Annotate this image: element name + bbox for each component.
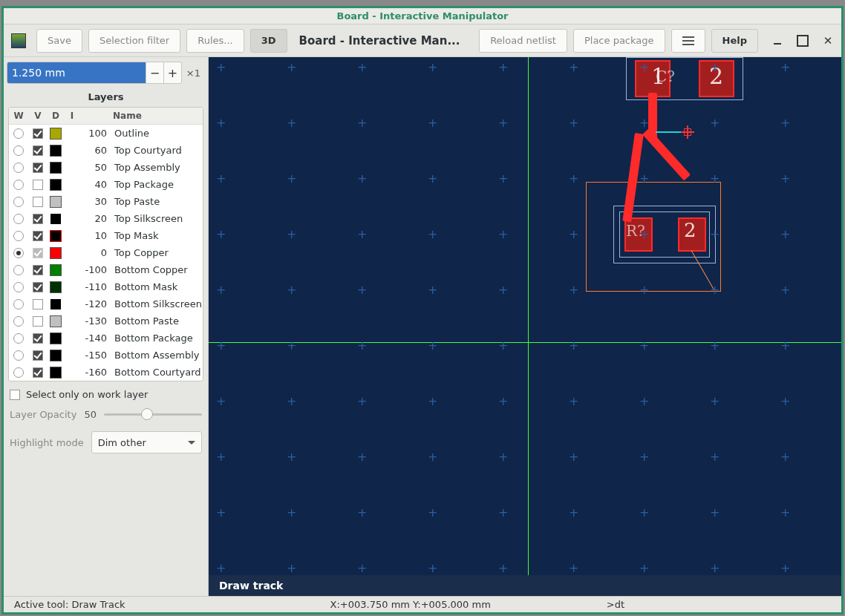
toolbar: Save Selection filter Rules... 3D Board … — [4, 24, 841, 57]
layer-row[interactable]: 0Top Copper — [9, 244, 203, 261]
layer-work-radio[interactable] — [13, 316, 24, 327]
layer-opacity-slider[interactable] — [104, 407, 202, 421]
layer-color-swatch[interactable] — [50, 128, 62, 140]
chevron-down-icon — [188, 441, 195, 448]
grid-point: + — [498, 65, 508, 71]
layer-index: 30 — [80, 196, 110, 207]
layer-visible-checkbox[interactable] — [33, 180, 43, 190]
layer-work-radio[interactable] — [13, 265, 24, 275]
3d-button[interactable]: 3D — [250, 29, 287, 53]
layer-row[interactable]: -100Bottom Copper — [9, 261, 203, 278]
grid-increment-button[interactable]: + — [164, 62, 182, 84]
layer-color-swatch[interactable] — [50, 298, 62, 310]
col-w: W — [9, 111, 28, 121]
layer-row[interactable]: 100Outline — [9, 125, 203, 142]
layer-visible-checkbox[interactable] — [33, 231, 43, 241]
layer-row[interactable]: -110Bottom Mask — [9, 278, 203, 295]
layer-work-radio[interactable] — [13, 350, 24, 361]
layer-visible-checkbox[interactable] — [33, 350, 43, 361]
grid-point: + — [569, 510, 578, 516]
layer-work-radio[interactable] — [13, 214, 24, 224]
layer-color-swatch[interactable] — [50, 162, 62, 174]
layer-color-swatch[interactable] — [50, 281, 62, 293]
layer-color-swatch[interactable] — [50, 196, 62, 208]
layer-row[interactable]: 60Top Courtyard — [9, 142, 203, 159]
selection-filter-button[interactable]: Selection filter — [88, 29, 180, 53]
layer-color-swatch[interactable] — [50, 145, 62, 157]
layer-work-radio[interactable] — [13, 180, 24, 190]
layer-name: Bottom Package — [110, 332, 203, 344]
layer-visible-checkbox[interactable] — [33, 197, 43, 207]
layer-color-swatch[interactable] — [50, 179, 62, 191]
layer-row[interactable]: -150Bottom Assembly — [9, 347, 203, 364]
layer-visible-checkbox[interactable] — [33, 163, 43, 173]
layer-visible-checkbox[interactable] — [33, 214, 43, 224]
layer-work-radio[interactable] — [13, 367, 24, 378]
layer-color-swatch[interactable] — [50, 230, 62, 242]
grid-point: + — [357, 287, 367, 293]
grid-point: + — [639, 232, 649, 237]
col-name: Name — [110, 111, 203, 121]
grid-point: + — [428, 454, 437, 460]
layer-visible-checkbox[interactable] — [33, 282, 43, 292]
layer-row[interactable]: -130Bottom Paste — [9, 312, 203, 330]
minimize-icon[interactable] — [771, 35, 783, 47]
layer-work-radio[interactable] — [13, 333, 24, 344]
layer-color-swatch[interactable] — [50, 367, 62, 379]
hamburger-button[interactable] — [671, 29, 705, 53]
layer-work-radio[interactable] — [13, 231, 24, 241]
layer-color-swatch[interactable] — [50, 264, 62, 276]
grid-point: + — [428, 176, 437, 182]
select-only-work-layer-checkbox[interactable] — [10, 390, 20, 400]
layer-visible-checkbox[interactable] — [33, 299, 43, 309]
layer-row[interactable]: 50Top Assembly — [9, 159, 203, 176]
layer-color-swatch[interactable] — [50, 315, 62, 327]
rules-button[interactable]: Rules... — [186, 29, 244, 53]
grid-size-input[interactable] — [7, 62, 146, 84]
grid-point: + — [639, 287, 649, 293]
maximize-icon[interactable] — [797, 35, 809, 47]
layer-work-radio[interactable] — [13, 282, 24, 292]
layer-visible-checkbox[interactable] — [33, 128, 43, 139]
layer-visible-checkbox[interactable] — [33, 333, 43, 344]
layer-row[interactable]: 10Top Mask — [9, 227, 203, 244]
help-button[interactable]: Help — [711, 29, 758, 53]
layer-visible-checkbox[interactable] — [33, 367, 43, 378]
grid-point: + — [287, 343, 296, 349]
grid-point: + — [569, 566, 578, 571]
layer-visible-checkbox[interactable] — [33, 265, 43, 275]
layer-row[interactable]: 30Top Paste — [9, 193, 203, 210]
layer-color-swatch[interactable] — [50, 332, 62, 344]
reload-netlist-button[interactable]: Reload netlist — [479, 29, 567, 53]
layer-row[interactable]: -140Bottom Package — [9, 330, 203, 347]
layer-work-radio[interactable] — [13, 145, 24, 156]
grid-decrement-button[interactable]: − — [146, 62, 164, 84]
layer-row[interactable]: 40Top Package — [9, 176, 203, 193]
grid-point: + — [216, 65, 226, 71]
layer-color-swatch[interactable] — [50, 213, 62, 225]
ref-label: C? — [656, 68, 675, 85]
layer-visible-checkbox[interactable] — [33, 316, 43, 327]
layer-row[interactable]: -160Bottom Courtyard — [9, 364, 203, 381]
pcb-canvas[interactable]: 1 C? 2 R? 2 +++ — [209, 57, 841, 575]
grid-point: + — [287, 176, 296, 182]
layer-color-swatch[interactable] — [50, 350, 62, 361]
layer-color-swatch[interactable] — [50, 247, 62, 259]
save-button[interactable]: Save — [36, 29, 82, 53]
grid-point: + — [216, 510, 226, 516]
grid-point: + — [498, 120, 508, 126]
layer-work-radio[interactable] — [13, 248, 24, 258]
layer-row[interactable]: -120Bottom Silkscreen — [9, 295, 203, 312]
layer-visible-checkbox[interactable] — [33, 145, 43, 156]
window-titlebar[interactable]: Board - Interactive Manipulator — [4, 8, 841, 24]
highlight-mode-select[interactable]: Dim other — [91, 431, 202, 453]
layer-work-radio[interactable] — [13, 163, 24, 173]
place-package-button[interactable]: Place package — [573, 29, 665, 53]
grid-point: + — [428, 510, 437, 516]
grid-point: + — [357, 343, 367, 349]
layer-row[interactable]: 20Top Silkscreen — [9, 210, 203, 227]
close-icon[interactable]: ✕ — [822, 35, 834, 47]
layer-work-radio[interactable] — [13, 128, 24, 139]
layer-work-radio[interactable] — [13, 299, 24, 309]
layer-work-radio[interactable] — [13, 197, 24, 207]
